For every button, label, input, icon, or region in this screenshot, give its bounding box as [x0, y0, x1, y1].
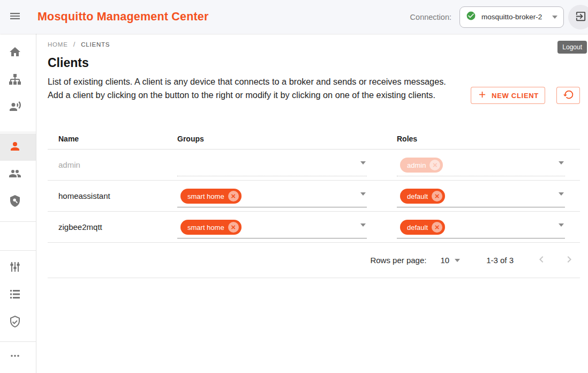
streams-icon [9, 288, 21, 303]
sidebar-item-groups[interactable] [0, 161, 36, 188]
appbar-right: Connection: mosquitto-broker-2 [410, 5, 588, 29]
client-name: homeassistant [48, 181, 167, 211]
group-chip[interactable]: smart home [180, 220, 242, 235]
role-chip[interactable]: admin [400, 158, 443, 173]
groups-icon [9, 167, 21, 182]
more-icon [9, 349, 21, 364]
breadcrumb-home[interactable]: HOME [48, 41, 68, 48]
groups-select[interactable]: smart home [177, 181, 367, 211]
clients-table: Name Groups Roles admin [48, 129, 580, 278]
client-name: admin [48, 150, 167, 180]
select-underline [177, 176, 367, 176]
column-header-name: Name [48, 135, 167, 143]
sidebar-divider [0, 341, 36, 342]
table-row-homeassistant[interactable]: homeassistant smart home [48, 181, 580, 212]
roles-select[interactable]: default [397, 212, 565, 242]
chip-label: smart home [187, 192, 224, 200]
next-page-button[interactable] [562, 253, 577, 268]
connected-status-icon [466, 11, 476, 23]
chevron-down-icon [559, 161, 564, 165]
column-header-roles: Roles [386, 135, 580, 143]
refresh-button[interactable] [556, 87, 580, 104]
sidebar-item-security[interactable] [0, 309, 36, 336]
chip-delete-icon[interactable] [432, 222, 442, 233]
plugins-icon [9, 260, 21, 275]
group-chip[interactable]: smart home [180, 189, 242, 204]
page-title: Clients [48, 56, 89, 70]
column-header-groups: Groups [167, 135, 386, 143]
breadcrumb-separator: / [73, 40, 76, 48]
plus-icon [477, 89, 487, 101]
previous-page-button[interactable] [534, 253, 549, 268]
connection-value: mosquitto-broker-2 [481, 13, 552, 21]
table-header-row: Name Groups Roles [48, 129, 580, 150]
sidebar-item-client-connections[interactable] [0, 94, 36, 121]
chevron-down-icon [559, 192, 564, 196]
sidebar-item-clients[interactable] [0, 133, 36, 161]
new-client-button[interactable]: NEW CLIENT [471, 87, 545, 104]
sidebar-item-plugins[interactable] [0, 254, 36, 281]
chevron-down-icon [552, 16, 557, 19]
chip-label: default [407, 192, 428, 200]
select-underline [177, 207, 367, 207]
select-underline [177, 238, 367, 238]
groups-select[interactable]: smart home [177, 212, 367, 242]
rows-per-page-select[interactable]: 10 [440, 256, 460, 265]
sidebar-divider [0, 221, 36, 222]
breadcrumb: HOME / CLIENTS [48, 40, 110, 48]
sidebar-item-more[interactable] [0, 343, 36, 370]
page-description: List of existing clients. A client is an… [48, 75, 448, 102]
hamburger-icon [9, 10, 21, 24]
logout-button[interactable] [568, 5, 588, 29]
role-chip[interactable]: default [400, 220, 445, 235]
app-bar: Mosquitto Management Center Connection: … [0, 0, 588, 34]
chip-delete-icon[interactable] [228, 191, 239, 202]
page-actions: NEW CLIENT [471, 87, 580, 104]
chevron-left-icon [535, 253, 548, 267]
chip-delete-icon[interactable] [432, 191, 442, 202]
table-row-zigbee2mqtt[interactable]: zigbee2mqtt smart home [48, 212, 580, 243]
sidebar-item-streams[interactable] [0, 281, 36, 309]
client-connections-icon [9, 100, 21, 115]
chip-list: default [400, 189, 445, 204]
pagination-range: 1-3 of 3 [486, 256, 514, 265]
connection-label: Connection: [410, 13, 451, 21]
sidebar-divider [0, 250, 36, 251]
chip-list: default [400, 220, 445, 235]
chip-list: admin [400, 158, 443, 173]
select-underline [397, 238, 565, 238]
chevron-right-icon [563, 253, 576, 267]
app-title: Mosquitto Management Center [37, 10, 209, 24]
chevron-down-icon [360, 223, 366, 227]
sidebar-item-topic-tree[interactable] [0, 66, 36, 94]
sidebar-divider [0, 132, 36, 132]
menu-button[interactable] [3, 5, 27, 29]
chip-delete-icon[interactable] [429, 160, 440, 170]
chevron-down-icon [360, 161, 366, 165]
chip-list: smart home [180, 189, 242, 204]
select-underline [397, 176, 565, 176]
clients-icon [9, 140, 21, 155]
chip-delete-icon[interactable] [228, 222, 239, 233]
client-name: zigbee2mqtt [48, 212, 167, 242]
chip-label: admin [407, 161, 426, 169]
role-chip[interactable]: default [400, 189, 445, 204]
roles-select[interactable]: admin [397, 150, 565, 180]
refresh-icon [563, 89, 574, 102]
sidebar-item-home[interactable] [0, 39, 36, 66]
rows-per-page-label: Rows per page: [370, 256, 426, 265]
app: Mosquitto Management Center Connection: … [0, 0, 588, 373]
main-content: HOME / CLIENTS Logout Clients List of ex… [37, 34, 588, 373]
groups-select[interactable] [177, 150, 367, 180]
logout-icon [575, 10, 587, 24]
chip-list: smart home [180, 220, 242, 235]
chevron-down-icon [559, 223, 564, 227]
chevron-down-icon [360, 192, 366, 196]
new-client-label: NEW CLIENT [492, 92, 539, 100]
select-underline [397, 207, 565, 207]
chip-label: smart home [187, 223, 224, 232]
roles-select[interactable]: default [397, 181, 565, 211]
sidebar-item-roles[interactable] [0, 188, 36, 215]
connection-select[interactable]: mosquitto-broker-2 [459, 6, 564, 28]
table-row-admin[interactable]: admin admin [48, 150, 580, 181]
